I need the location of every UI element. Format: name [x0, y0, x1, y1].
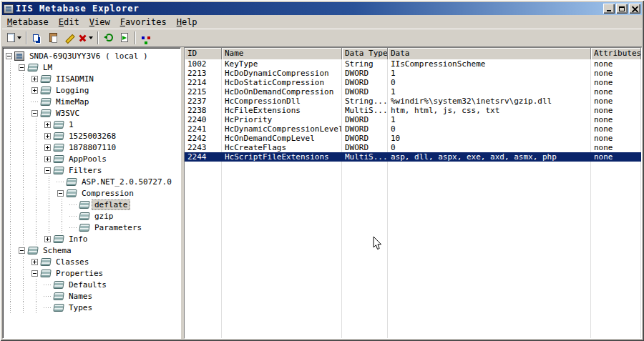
tree-item-label: MimeMap [53, 97, 92, 107]
tree-item-names[interactable]: Names [4, 290, 180, 302]
dropdown-arrow-icon [89, 36, 93, 39]
table-row-2214[interactable]: 2214HcDoStaticCompressionDWORD0none [185, 78, 641, 87]
menu-item-metabase[interactable]: Metabase [2, 16, 54, 28]
table-cell: DWORD [342, 69, 388, 78]
menu-item-favorites[interactable]: Favorites [115, 16, 172, 28]
column-header-data-type[interactable]: Data Type [342, 48, 388, 59]
table-cell [342, 180, 388, 189]
empty-row [185, 199, 641, 208]
tree-item-1878807110[interactable]: 1878807110 [4, 142, 180, 153]
app-icon [4, 4, 14, 14]
tree-item-1[interactable]: 1 [4, 119, 180, 130]
menu-item-view[interactable]: View [84, 16, 115, 28]
menu-item-edit[interactable]: Edit [54, 16, 84, 28]
tree-indent-guide [30, 119, 43, 130]
tree-item-label: Classes [53, 257, 92, 267]
edit-button[interactable] [61, 30, 77, 46]
minimize-button[interactable] [603, 4, 615, 14]
table-row-2242[interactable]: 2242HcOnDemandCompLevelDWORD10none [185, 134, 641, 143]
tree-indent-guide [4, 199, 17, 210]
connect-button[interactable] [138, 30, 154, 46]
tree-item-lm[interactable]: LM [4, 61, 180, 73]
collapse-toggle-icon[interactable] [31, 110, 38, 117]
table-row-2215[interactable]: 2215HcDoOnDemandCompressionDWORD1none [185, 87, 641, 97]
expand-toggle-icon[interactable] [31, 259, 38, 265]
expand-toggle-icon[interactable] [44, 122, 51, 128]
expand-toggle-icon[interactable] [44, 144, 51, 151]
new-key-button[interactable] [5, 30, 24, 46]
paste-button[interactable] [45, 30, 61, 46]
tree-item-filters[interactable]: Filters [4, 164, 180, 176]
tree-item-mimemap[interactable]: MimeMap [4, 96, 180, 107]
table-cell: none [591, 59, 641, 69]
expand-toggle-icon[interactable] [44, 236, 51, 242]
menu-item-help[interactable]: Help [172, 16, 203, 28]
table-cell: 1 [388, 115, 591, 124]
tree-item-iisadmin[interactable]: IISADMIN [4, 73, 180, 84]
tree-item-types[interactable]: Types [4, 302, 180, 313]
tree-item-deflate[interactable]: deflate [4, 199, 180, 210]
tree-item-compression[interactable]: Compression [4, 187, 180, 199]
table-row-2241[interactable]: 2241HcDynamicCompressionLevelDWORD0none [185, 124, 641, 134]
tree-item-properties[interactable]: Properties [4, 267, 180, 279]
collapse-toggle-icon[interactable] [31, 270, 38, 277]
empty-row [185, 171, 641, 180]
copy-button[interactable] [29, 30, 45, 46]
tree-item-parameters[interactable]: Parameters [4, 222, 180, 233]
script-button[interactable] [117, 30, 132, 46]
tree-indent-guide [17, 302, 30, 313]
tree-item-logging[interactable]: Logging [4, 84, 180, 96]
table-cell [222, 282, 342, 292]
table-row-2240[interactable]: 2240HcPriorityDWORD1none [185, 115, 641, 124]
tree-item-w3svc[interactable]: W3SVC [4, 107, 180, 119]
tree-indent-guide [17, 267, 30, 279]
tree-item-snda-69q3uyy3v6-local[interactable]: SNDA-69Q3UYY3V6 ( local ) [4, 50, 180, 61]
table-cell [591, 301, 641, 310]
copy-icon [33, 34, 39, 41]
column-header-name[interactable]: Name [222, 48, 342, 59]
tree-item-defaults[interactable]: Defaults [4, 279, 180, 290]
table-row-1002[interactable]: 1002KeyTypeStringIIsCompressionSchemenon… [185, 59, 641, 69]
table-row-2244[interactable]: 2244HcScriptFileExtensionsMultiS...asp, … [185, 152, 641, 162]
title-bar[interactable]: IIS Metabase Explorer [2, 2, 642, 15]
tree-item-schema[interactable]: Schema [4, 244, 180, 256]
close-button[interactable] [629, 4, 640, 14]
maximize-button[interactable] [616, 4, 628, 14]
maximize-icon [619, 6, 625, 11]
tree-indent-guide [4, 119, 17, 130]
table-row-2238[interactable]: 2238HcFileExtensionsMultiS...htm, html, … [185, 106, 641, 115]
tree-item-classes[interactable]: Classes [4, 256, 180, 267]
tree-item-asp-net-2-0-50727-0[interactable]: ASP.NET_2.0.50727.0 [4, 176, 180, 187]
table-cell [185, 254, 222, 264]
expand-toggle-icon[interactable] [31, 87, 38, 94]
collapse-toggle-icon[interactable] [6, 53, 12, 59]
expand-toggle-icon[interactable] [44, 133, 51, 139]
collapse-toggle-icon[interactable] [44, 167, 51, 174]
column-header-id[interactable]: ID [185, 48, 222, 59]
collapse-toggle-icon[interactable] [57, 190, 64, 197]
collapse-toggle-icon[interactable] [19, 247, 25, 254]
column-header-attributes[interactable]: Attributes [591, 48, 641, 59]
table-row-2243[interactable]: 2243HcCreateFlagsDWORD0none [185, 143, 641, 152]
empty-row [185, 264, 641, 273]
tree-indent-guide [30, 290, 43, 302]
refresh-button[interactable] [101, 30, 117, 46]
table-cell: 2241 [185, 124, 222, 134]
table-cell [591, 245, 641, 254]
table-row-2237[interactable]: 2237HcCompressionDllString...%windir%\sy… [185, 97, 641, 106]
table-cell [591, 162, 641, 171]
tree-item-apppools[interactable]: AppPools [4, 153, 180, 164]
table-cell [342, 189, 388, 199]
table-cell: none [591, 115, 641, 124]
expand-toggle-icon[interactable] [44, 156, 51, 162]
table-cell [342, 301, 388, 310]
table-cell [591, 320, 641, 329]
tree-item-info[interactable]: Info [4, 233, 180, 244]
table-row-2213[interactable]: 2213HcDoDynamicCompressionDWORD1none [185, 69, 641, 78]
tree-item-gzip[interactable]: gzip [4, 210, 180, 222]
collapse-toggle-icon[interactable] [19, 64, 25, 71]
column-header-data[interactable]: Data [388, 48, 591, 59]
tree-item-1525003268[interactable]: 1525003268 [4, 130, 180, 142]
delete-button[interactable] [77, 30, 95, 46]
expand-toggle-icon[interactable] [31, 76, 38, 82]
